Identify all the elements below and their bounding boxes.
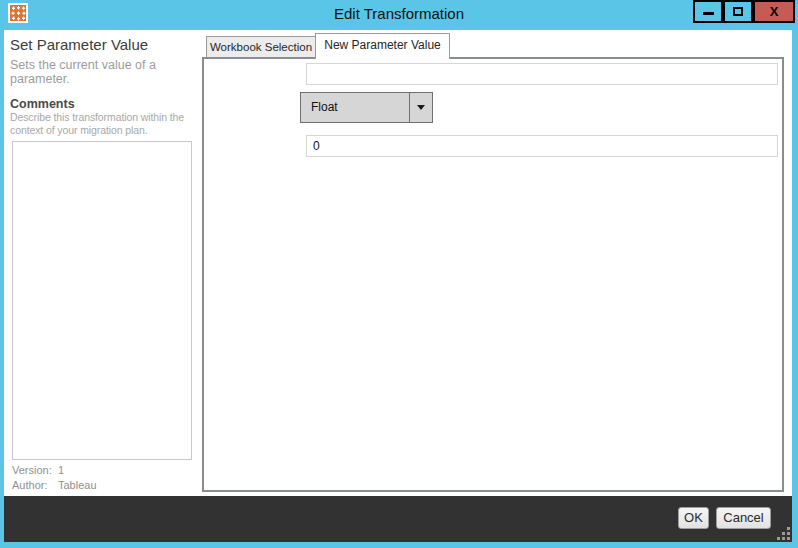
window-title: Edit Transformation [0,5,798,22]
maximize-icon [733,7,743,16]
title-bar[interactable]: Edit Transformation X [0,0,798,30]
author-value: Tableau [58,479,97,491]
resize-grip[interactable] [777,527,780,530]
version-value: 1 [58,464,64,476]
window-border-left [0,30,4,548]
minimize-icon [703,12,714,15]
ok-button[interactable]: OK [678,507,709,529]
window-border-bottom [0,542,798,548]
value-input[interactable] [306,135,778,157]
close-icon: X [770,5,779,18]
transformation-description: Sets the current value of a parameter. [10,58,190,86]
version-row: Version:1 [12,464,64,476]
tab-new-parameter-value[interactable]: New Parameter Value [315,33,450,59]
tab-workbook-selection[interactable]: Workbook Selection [206,36,316,57]
tab-panel [202,57,784,492]
minimize-button[interactable] [693,0,723,23]
maximize-button[interactable] [723,0,753,23]
comments-description: Describe this transformation within the … [10,111,204,137]
parameter-name-input[interactable] [306,63,778,85]
comments-heading: Comments [10,97,75,111]
data-type-selected-value: Float [311,93,338,122]
author-label: Author: [12,479,58,491]
footer-bar [4,496,792,542]
version-label: Version: [12,464,58,476]
cancel-button[interactable]: Cancel [716,507,771,529]
chevron-down-icon [417,105,425,110]
window-border-right [792,30,798,548]
transformation-title: Set Parameter Value [10,36,148,53]
edit-transformation-dialog: Edit Transformation X Set Parameter Valu… [0,0,798,548]
data-type-dropdown[interactable]: Float [300,92,433,123]
dropdown-arrow-box [409,93,432,122]
close-button[interactable]: X [753,0,795,23]
comments-textarea[interactable] [12,141,192,460]
author-row: Author:Tableau [12,479,97,491]
